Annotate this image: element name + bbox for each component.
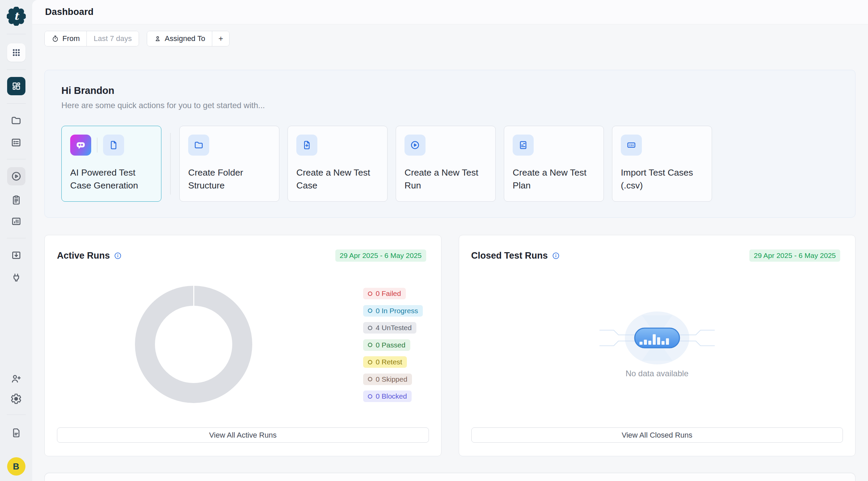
- sidebar-item-import[interactable]: [11, 249, 22, 261]
- plug-icon: [11, 273, 22, 283]
- assigned-to-label: Assigned To: [165, 34, 205, 43]
- sidebar-item-test-runs[interactable]: [7, 167, 25, 185]
- play-circle-icon: [405, 135, 426, 156]
- sidebar-item-test-plans[interactable]: [11, 194, 22, 205]
- topbar: Dashboard: [32, 0, 868, 24]
- sidebar-item-test-cases[interactable]: [11, 137, 22, 148]
- from-label: From: [62, 34, 80, 43]
- page-title: Dashboard: [45, 7, 94, 17]
- person-add-icon: [11, 373, 22, 384]
- info-icon[interactable]: [552, 252, 560, 260]
- legend-passed: 0 Passed: [363, 339, 410, 351]
- legend-failed: 0 Failed: [363, 288, 406, 299]
- action-title: Create a New Test Run: [405, 166, 487, 192]
- from-filter-button[interactable]: From: [45, 31, 86, 46]
- document-plan-icon: [513, 135, 534, 156]
- list-form-icon: [11, 137, 22, 148]
- sidebar-item-apps[interactable]: [7, 43, 25, 62]
- csv-icon: CSV: [621, 135, 642, 156]
- sidebar-item-reports[interactable]: [11, 216, 22, 227]
- donut-slice-gap: [193, 286, 194, 306]
- sidebar-item-invite-user[interactable]: [11, 373, 22, 384]
- sidebar-item-dashboard[interactable]: [7, 77, 25, 95]
- main-content: Dashboard From Last 7 days: [32, 0, 868, 481]
- status-ring-icon: [368, 308, 372, 313]
- status-ring-icon: [368, 394, 372, 399]
- assigned-filter-group: Assigned To +: [147, 31, 230, 46]
- action-create-test-run[interactable]: Create a New Test Run: [396, 126, 496, 202]
- action-import-test-cases[interactable]: CSV Import Test Cases (.csv): [612, 126, 712, 202]
- ai-chat-bot-icon: [70, 135, 91, 156]
- active-runs-donut-chart: [135, 286, 252, 403]
- date-range-badge: 29 Apr 2025 - 6 May 2025: [749, 249, 840, 262]
- folder-icon: [11, 115, 22, 126]
- divider: [7, 238, 26, 238]
- status-ring-icon: [368, 343, 372, 347]
- divider: [7, 159, 26, 159]
- status-legend: 0 Failed 0 In Progress 4 UnTested 0 Pass…: [363, 288, 423, 402]
- svg-text:CSV: CSV: [629, 144, 634, 147]
- tuskr-logo[interactable]: t: [7, 7, 26, 26]
- welcome-subtitle: Here are some quick actions for you to g…: [61, 101, 839, 110]
- play-circle-icon: [11, 171, 22, 182]
- action-title: Import Test Cases (.csv): [621, 166, 703, 192]
- legend-untested: 4 UnTested: [363, 322, 416, 334]
- document-icon: [11, 427, 22, 438]
- action-title: Create a New Test Case: [296, 166, 379, 192]
- folder-icon: [188, 135, 209, 156]
- divider: [97, 138, 97, 153]
- sidebar-item-folders[interactable]: [11, 115, 22, 126]
- greeting: Hi Brandon: [61, 85, 839, 96]
- action-create-folder-structure[interactable]: Create Folder Structure: [179, 126, 279, 202]
- logo-seal-icon: t: [7, 7, 26, 26]
- report-chart-icon: [11, 216, 22, 227]
- status-ring-icon: [368, 360, 372, 364]
- assigned-to-filter-button[interactable]: Assigned To: [147, 31, 212, 46]
- sidebar-item-settings[interactable]: [11, 393, 22, 404]
- divider: [7, 415, 26, 415]
- date-filter-group: From Last 7 days: [44, 31, 139, 46]
- legend-skipped: 0 Skipped: [363, 374, 412, 385]
- file-icon: [103, 135, 124, 156]
- action-create-test-case[interactable]: Create a New Test Case: [288, 126, 388, 202]
- add-filter-button[interactable]: +: [212, 31, 229, 46]
- action-title: Create Folder Structure: [188, 166, 271, 192]
- date-range-value[interactable]: Last 7 days: [86, 31, 139, 46]
- clipboard-icon: [11, 195, 22, 205]
- gear-icon: [11, 393, 22, 404]
- action-ai-test-generation[interactable]: AI Powered Test Case Generation: [61, 126, 161, 202]
- view-all-active-runs-button[interactable]: View All Active Runs: [57, 427, 429, 443]
- stopwatch-icon: [52, 35, 59, 42]
- quick-actions-row: AI Powered Test Case Generation Create F…: [61, 126, 839, 202]
- sidebar-item-integrations[interactable]: [11, 272, 22, 283]
- no-data-text: No data available: [459, 369, 855, 378]
- legend-blocked: 0 Blocked: [363, 390, 412, 402]
- no-data-illustration: [599, 306, 715, 372]
- info-icon[interactable]: [114, 252, 122, 260]
- status-ring-icon: [368, 326, 372, 330]
- active-runs-title: Active Runs: [57, 250, 110, 261]
- divider: [7, 103, 26, 104]
- sidebar: t: [0, 0, 32, 481]
- action-title: AI Powered Test Case Generation: [70, 166, 153, 192]
- closed-runs-title: Closed Test Runs: [471, 250, 548, 261]
- legend-in-progress: 0 In Progress: [363, 305, 423, 317]
- divider: [7, 69, 26, 70]
- dashboard-icon: [11, 81, 21, 91]
- action-title: Create a New Test Plan: [513, 166, 595, 192]
- status-ring-icon: [368, 292, 372, 296]
- runs-row: Active Runs 29 Apr 2025 - 6 May 2025 0 F…: [44, 235, 855, 456]
- divider: [7, 34, 26, 34]
- action-create-test-plan[interactable]: Create a New Test Plan: [504, 126, 604, 202]
- bottom-panel: [44, 473, 855, 481]
- view-all-closed-runs-button[interactable]: View All Closed Runs: [471, 427, 843, 443]
- closed-runs-card: Closed Test Runs 29 Apr 2025 - 6 May 202…: [459, 235, 856, 456]
- user-avatar[interactable]: B: [7, 457, 25, 476]
- active-runs-card: Active Runs 29 Apr 2025 - 6 May 2025 0 F…: [44, 235, 441, 456]
- divider: [170, 133, 171, 195]
- file-plus-icon: [296, 135, 317, 156]
- apps-grid-icon: [11, 47, 21, 58]
- import-inbox-icon: [11, 250, 22, 261]
- sidebar-item-docs[interactable]: [11, 427, 22, 438]
- date-range-badge: 29 Apr 2025 - 6 May 2025: [335, 249, 426, 262]
